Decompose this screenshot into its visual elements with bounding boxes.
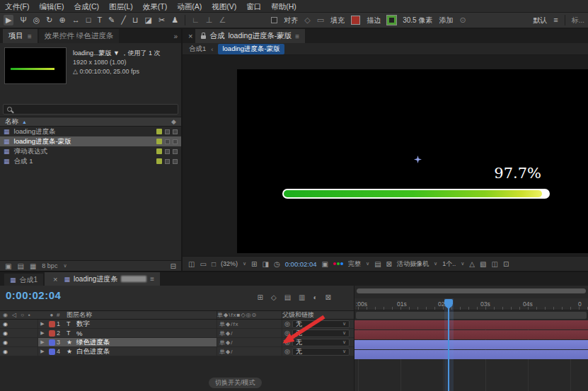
layer-name[interactable]: %: [76, 329, 217, 337]
current-time-indicator[interactable]: [448, 305, 449, 391]
eye-icon[interactable]: ◉: [3, 339, 8, 346]
breadcrumb-parent[interactable]: 合成1: [189, 45, 206, 54]
snapshot-camera-icon[interactable]: ▣: [322, 260, 328, 268]
toggle-switches-button[interactable]: 切换开关/模式: [209, 378, 262, 388]
time-ruler[interactable]: :00s 01s 02 03s 04s 0: [354, 298, 588, 310]
anchor-point-marker[interactable]: [414, 156, 422, 163]
region-icon[interactable]: ⊠: [386, 260, 392, 268]
lock-icon[interactable]: [201, 35, 206, 39]
camera-tool-icon[interactable]: ⊕: [59, 16, 66, 24]
pixel-aspect-icon[interactable]: △: [469, 260, 475, 268]
zoom-level[interactable]: (32%): [221, 260, 238, 267]
pan-behind-tool-icon[interactable]: ↔: [72, 16, 80, 24]
menu-animation[interactable]: 动画(A): [172, 0, 207, 13]
preview-timecode[interactable]: 0:00:02:04: [285, 260, 317, 268]
lock-column-icon[interactable]: ▪: [28, 312, 30, 318]
panel-menu-icon[interactable]: ≡: [28, 33, 32, 40]
eye-icon[interactable]: ◉: [3, 321, 8, 327]
draft-3d-icon[interactable]: ◇: [271, 293, 277, 301]
eye-icon[interactable]: ◉: [3, 330, 8, 337]
expander-icon[interactable]: ▶: [38, 321, 47, 327]
camera-selector[interactable]: 活动摄像机: [397, 259, 429, 269]
project-item-selected[interactable]: ▦ loading进度条-蒙版: [0, 136, 181, 146]
menu-view[interactable]: 视图(V): [207, 0, 241, 13]
timeline-graph[interactable]: :00s 01s 02 03s 04s 0: [354, 286, 588, 391]
comp-flowchart-icon[interactable]: ⊞: [258, 293, 263, 301]
layer-name[interactable]: 白色进度条: [76, 347, 217, 356]
pen-tool-icon[interactable]: ✎: [108, 16, 115, 24]
menu-edit[interactable]: 编辑(E): [34, 0, 69, 13]
solo-column-icon[interactable]: ○: [21, 312, 24, 318]
menu-composition[interactable]: 合成(C): [69, 0, 104, 13]
local-axis-icon[interactable]: ∟: [192, 16, 200, 24]
puppet-pin-tool-icon[interactable]: ♟: [171, 16, 178, 24]
brush-tool-icon[interactable]: ╱: [121, 16, 126, 24]
view-layout-selector[interactable]: 1个..: [442, 259, 456, 269]
panel-menu-icon[interactable]: ≡: [150, 275, 154, 283]
tab-composition-viewer[interactable]: 合成 loading进度条-蒙版 ≡: [195, 29, 305, 43]
layer-bar-4[interactable]: [354, 350, 588, 359]
timeline-button-icon[interactable]: ⊡: [503, 260, 509, 268]
label-chip[interactable]: [156, 148, 162, 154]
tab-project[interactable]: 项目 ≡: [3, 29, 38, 43]
sort-asc-icon[interactable]: ▲: [22, 119, 27, 124]
tab-comp1[interactable]: ▦ 合成1: [4, 274, 43, 286]
motion-blur-icon[interactable]: ◐: [313, 293, 318, 301]
composition-viewer[interactable]: 97.7%: [183, 55, 588, 256]
screen-mode-icon[interactable]: ▭: [200, 260, 206, 268]
clone-stamp-tool-icon[interactable]: ⊔: [132, 16, 139, 24]
project-search-field[interactable]: [3, 104, 178, 115]
label-chip[interactable]: [156, 139, 162, 144]
mask-visibility-icon[interactable]: ◨: [262, 260, 268, 268]
menu-effect[interactable]: 效果(T): [138, 0, 172, 13]
new-composition-icon[interactable]: ▦: [30, 262, 36, 270]
preview-time-icon[interactable]: ◷: [274, 260, 280, 268]
stroke-color-swatch[interactable]: [387, 16, 396, 25]
layer-name-group[interactable]: ▶ 2 T %: [38, 329, 217, 337]
graph-editor-icon[interactable]: ⊠: [325, 293, 331, 301]
frame-blend-icon[interactable]: ▥: [299, 293, 305, 301]
project-bit-depth[interactable]: 8 bpc: [42, 262, 57, 269]
menu-help[interactable]: 帮助(H): [266, 0, 301, 13]
project-item[interactable]: ▦ loading进度条: [0, 127, 181, 136]
time-navigator[interactable]: [357, 288, 586, 293]
close-tab-icon[interactable]: ×: [50, 275, 60, 284]
footage-name[interactable]: loading...蒙版 ▼ ，使用了 1 次: [73, 49, 160, 58]
name-column-header[interactable]: 名称: [5, 117, 18, 127]
menu-layer[interactable]: 图层(L): [104, 0, 138, 13]
cti-head[interactable]: [444, 299, 453, 305]
layer-bar-2[interactable]: [354, 330, 588, 339]
add-options-icon[interactable]: ⊙: [459, 16, 466, 24]
eye-column-icon[interactable]: ◉: [3, 312, 8, 318]
zoom-tool-icon[interactable]: ◎: [33, 16, 40, 24]
align-checkbox[interactable]: [271, 17, 277, 23]
selection-tool-icon[interactable]: ▶: [4, 15, 13, 25]
layer-label-chip[interactable]: [49, 349, 55, 355]
number-column-header[interactable]: #: [57, 312, 67, 318]
stroke-width-value[interactable]: 30.5 像素: [403, 16, 432, 25]
layer-name[interactable]: 绿色进度条: [76, 338, 217, 347]
expander-icon[interactable]: ▶: [38, 339, 47, 345]
project-item[interactable]: ▦ 弹动表达式: [0, 146, 181, 156]
grid-guides-icon[interactable]: ⊞: [251, 260, 257, 268]
layer-label-chip[interactable]: [49, 339, 55, 346]
fast-preview-icon[interactable]: ◫: [491, 260, 497, 268]
layer-name-group[interactable]: ▶ 4 ★ 白色进度条: [38, 347, 217, 356]
shape-options-icon[interactable]: ▭: [317, 16, 324, 24]
region-of-interest-icon[interactable]: ◫: [188, 260, 195, 268]
mask-mode-icon[interactable]: ◇: [304, 16, 310, 24]
label-chip[interactable]: [156, 158, 162, 164]
menu-window[interactable]: 窗口: [241, 0, 266, 13]
layer-name[interactable]: 数字: [76, 320, 217, 329]
layer-bar-1[interactable]: [354, 320, 588, 329]
label-column-header[interactable]: ●: [47, 312, 57, 318]
menu-file[interactable]: 文件(F): [0, 0, 34, 13]
roto-brush-tool-icon[interactable]: ✂: [158, 16, 165, 24]
eye-icon[interactable]: ◉: [3, 349, 8, 355]
panel-menu-icon[interactable]: ≡: [295, 33, 299, 40]
layer-name-column-header[interactable]: 图层名称: [67, 310, 217, 320]
fast-previews-icon[interactable]: ▤: [374, 260, 381, 268]
stroke-label[interactable]: 描边: [367, 16, 381, 25]
workspace-search-label[interactable]: 标...: [572, 16, 584, 25]
shape-tool-icon[interactable]: □: [86, 16, 91, 24]
